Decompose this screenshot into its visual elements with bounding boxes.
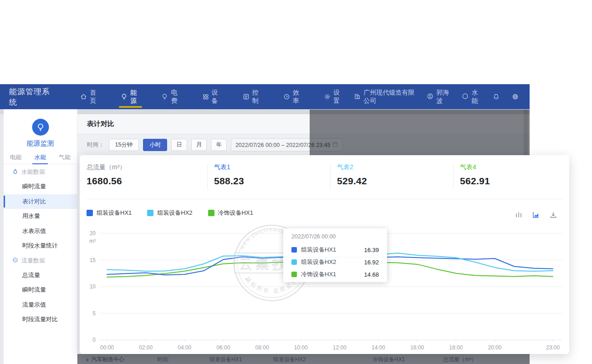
nav-item-label: 能源	[130, 89, 140, 105]
tooltip-series-value: 16.39	[364, 247, 379, 253]
sidebar-menu: 水能数据 瞬时流量 表计对比 用水量 水表示值 时段水量统计 流量数据 总流量 …	[4, 165, 77, 327]
user-icon	[427, 93, 434, 101]
sidebar-item-water-usage[interactable]: 用水量	[4, 209, 77, 224]
energy-type-label: 水能	[471, 89, 480, 105]
stat-label: 气表1	[214, 163, 244, 172]
nav-item-label: 设备	[212, 89, 222, 105]
tooltip-row: 冷饰设备HX1 14.68	[291, 271, 379, 278]
tab-gas[interactable]: 气能	[59, 151, 71, 164]
sidebar-item-total-flow[interactable]: 总流量	[4, 268, 77, 283]
nav-item-energy[interactable]: 能源	[115, 84, 146, 109]
time-option-hour[interactable]: 小时	[143, 139, 167, 151]
legend-label: 冷饰设备HX1	[218, 209, 253, 217]
tooltip-series-name: 冷饰设备HX1	[301, 270, 336, 278]
nav-item-devices[interactable]: 设备	[197, 84, 227, 109]
sidebar-item-instant-flow2[interactable]: 瞬时流量	[4, 283, 77, 298]
nav-item-label: 电费	[171, 89, 181, 105]
svg-text:m³: m³	[89, 238, 96, 244]
sidebar-item-meter-reading[interactable]: 水表示值	[4, 224, 77, 239]
sidebar-item-period-water-stats[interactable]: 时段水量统计	[4, 238, 77, 253]
svg-text:16:00: 16:00	[410, 344, 424, 351]
area-chart-toggle-icon[interactable]	[531, 210, 541, 220]
time-option-day[interactable]: 日	[171, 139, 187, 151]
time-filter-label: 时间：	[87, 141, 104, 149]
nav-item-settings[interactable]: 设置	[318, 84, 349, 109]
company-name: 广州现代锻造有限公司	[363, 89, 416, 105]
top-navbar: 能源管理系统 首页 能源 电费 设备 控制 效率 设置	[0, 84, 530, 109]
bulb-icon	[161, 93, 168, 100]
user-name: 郭海波	[436, 89, 451, 105]
water-circle-icon	[462, 93, 469, 101]
svg-text:5: 5	[92, 310, 96, 317]
legend-swatch-cyan	[147, 210, 153, 216]
stat-value: 1680.56	[87, 176, 126, 187]
svg-text:04:00: 04:00	[178, 344, 191, 351]
svg-text:08:00: 08:00	[255, 344, 269, 351]
stat-value: 529.42	[337, 176, 367, 187]
energy-type-selector[interactable]: 水能	[462, 89, 480, 105]
stat-meter1: 气表1 588.23	[214, 163, 244, 187]
modal-dim-mask	[310, 110, 530, 155]
chart-toolbar	[514, 210, 558, 220]
sidebar-item-flow-reading[interactable]: 流量示值	[4, 298, 77, 313]
legend-item-hx2[interactable]: 组装设备HX2	[147, 209, 192, 217]
time-option-15min[interactable]: 15分钟	[109, 139, 139, 151]
svg-text:23:00: 23:00	[546, 344, 560, 351]
download-icon[interactable]	[548, 210, 558, 220]
scrollbar[interactable]	[524, 110, 528, 155]
group-label: 水能数据	[21, 168, 45, 176]
svg-text:12:00: 12:00	[333, 344, 347, 351]
stat-meter4: 气表4 562.91	[460, 163, 490, 187]
clock-icon	[283, 93, 290, 100]
group-water-data[interactable]: 水能数据	[4, 165, 77, 179]
sidebar: 能源监测 电能 水能 气能 水能数据 瞬时流量 表计对比 用水量 水表示值 时段…	[4, 109, 77, 364]
tooltip-row: 组装设备HX2 16.92	[291, 259, 379, 265]
tooltip-row: 组装设备HX1 16.39	[291, 247, 379, 253]
tooltip-series-value: 14.68	[364, 271, 379, 278]
stat-label: 总流量（m³）	[87, 163, 126, 172]
notification-bell-icon[interactable]	[492, 92, 500, 102]
tab-water[interactable]: 水能	[34, 151, 46, 164]
legend-item-cold-hx1[interactable]: 冷饰设备HX1	[208, 209, 253, 217]
bar-chart-toggle-icon[interactable]	[514, 210, 524, 220]
energy-tabs: 电能 水能 气能	[4, 151, 77, 164]
nav-item-label: 设置	[333, 89, 343, 105]
company-selector[interactable]: 广州现代锻造有限公司	[354, 89, 416, 105]
energy-monitor-icon	[32, 119, 49, 136]
sidebar-item-meter-compare[interactable]: 表计对比	[4, 194, 77, 209]
user-menu[interactable]: 郭海波	[427, 89, 451, 105]
app-title: 能源管理系统	[9, 86, 52, 107]
time-option-year[interactable]: 年	[211, 139, 227, 151]
tooltip-series-name: 组装设备HX2	[301, 258, 336, 266]
svg-text:00:00: 00:00	[100, 344, 114, 351]
stat-meter2: 气表2 529.42	[337, 163, 367, 187]
tooltip-series-value: 16.92	[364, 259, 379, 266]
group-flow-data[interactable]: 流量数据	[4, 253, 77, 268]
language-globe-icon[interactable]	[511, 92, 520, 102]
svg-text:20:00: 20:00	[488, 344, 501, 351]
nav-item-electricity-fee[interactable]: 电费	[156, 84, 186, 109]
stat-label: 气表2	[337, 163, 367, 172]
svg-text:02:00: 02:00	[139, 344, 153, 351]
sidebar-item-period-flow-compare[interactable]: 时段流量对比	[4, 312, 77, 327]
legend-item-hx1[interactable]: 组装设备HX1	[87, 209, 132, 217]
page-title: 表计对比	[87, 120, 114, 128]
svg-text:06:00: 06:00	[216, 344, 230, 351]
home-icon	[80, 93, 87, 100]
svg-text:14:00: 14:00	[372, 344, 385, 351]
water-drop-icon	[12, 168, 18, 176]
legend-label: 组装设备HX2	[157, 209, 192, 217]
control-panel-icon	[243, 93, 250, 100]
sidebar-item-instant-flow[interactable]: 瞬时流量	[4, 179, 77, 194]
tooltip-swatch-green	[291, 272, 297, 277]
stat-value: 588.23	[214, 176, 244, 187]
nav-item-home[interactable]: 首页	[75, 84, 105, 109]
stat-total-flow: 总流量（m³） 1680.56	[87, 163, 126, 187]
tooltip-timestamp: 2022/07/26 00:00	[291, 233, 336, 240]
tab-electric[interactable]: 电能	[10, 151, 22, 164]
nav-item-efficiency[interactable]: 效率	[278, 84, 308, 109]
svg-text:10: 10	[90, 283, 96, 290]
nav-item-control[interactable]: 控制	[237, 84, 268, 109]
time-option-month[interactable]: 月	[191, 139, 207, 151]
modal-dim-mask-bottom	[77, 354, 530, 364]
